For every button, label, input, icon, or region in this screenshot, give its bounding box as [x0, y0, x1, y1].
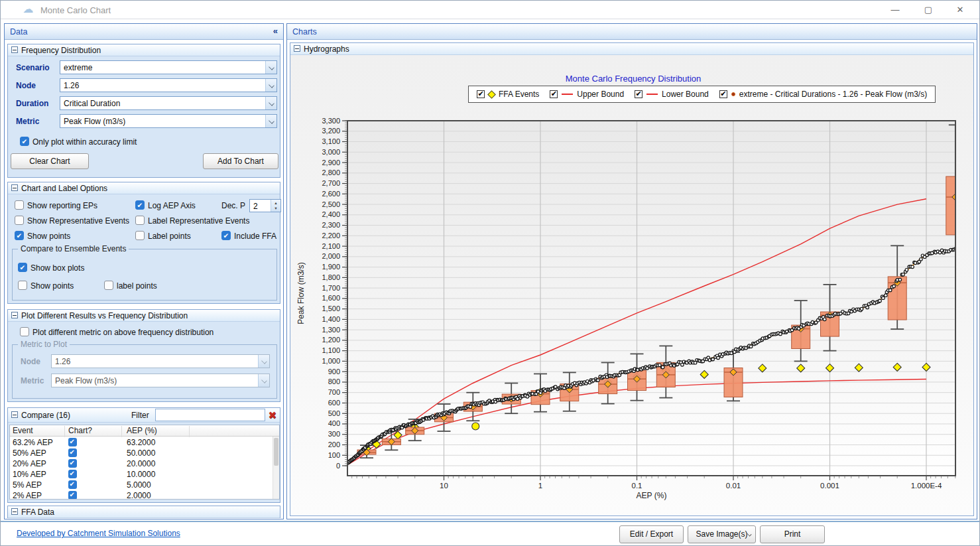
svg-text:1,800: 1,800 — [322, 273, 340, 281]
chart-label-options-header[interactable]: Chart and Label Options — [8, 182, 280, 194]
svg-text:400: 400 — [328, 419, 340, 427]
checkbox-label: Show box plots — [31, 263, 84, 273]
plot-different-metric-checkbox[interactable] — [20, 327, 29, 336]
chart-checkbox[interactable] — [68, 438, 77, 446]
hydrographs-header[interactable]: Hydrographs — [290, 43, 973, 55]
legend-label: extreme - Critical Durations - 1.26 - Pe… — [739, 90, 927, 99]
svg-text:0.1: 0.1 — [632, 482, 643, 490]
log-aep-axis-checkbox[interactable] — [135, 200, 145, 210]
collapse-section-icon[interactable] — [294, 45, 300, 52]
svg-text:2,200: 2,200 — [322, 232, 340, 239]
node-value: 1.26 — [64, 81, 79, 90]
clear-filter-icon[interactable]: ✖ — [268, 409, 276, 421]
chevron-down-icon[interactable] — [265, 61, 276, 74]
ensemble-label-points-checkbox[interactable] — [104, 281, 113, 290]
table-row[interactable]: 10% AEP10.0000 — [10, 469, 273, 480]
table-row[interactable]: 20% AEP20.0000 — [10, 458, 273, 469]
node-select-disabled[interactable]: 1.26 — [51, 354, 270, 368]
frequency-distribution-header[interactable]: Frequency Distribution — [8, 44, 280, 56]
checkbox-label: label points — [117, 281, 157, 291]
scrollbar-thumb[interactable] — [274, 438, 278, 466]
print-button[interactable]: Print — [760, 525, 825, 543]
ensemble-show-points-checkbox[interactable] — [18, 281, 27, 290]
show-reporting-eps-checkbox[interactable] — [15, 200, 24, 210]
table-row[interactable]: 2% AEP2.0000 — [10, 490, 273, 500]
spinner-down-icon[interactable]: ▼ — [271, 206, 280, 210]
node-label: Node — [16, 81, 36, 90]
svg-text:1,900: 1,900 — [322, 263, 340, 271]
column-header-aep[interactable]: AEP (%) — [127, 426, 157, 435]
svg-text:1,200: 1,200 — [322, 336, 340, 344]
chevron-down-icon[interactable] — [265, 115, 276, 127]
metric-select[interactable]: Peak Flow (m3/s) — [60, 114, 277, 128]
collapse-section-icon[interactable] — [11, 508, 18, 515]
chart-checkbox[interactable] — [68, 480, 77, 489]
maximize-button[interactable]: ▢ — [918, 3, 938, 17]
svg-text:2,100: 2,100 — [322, 242, 340, 250]
dec-p-spinner[interactable]: 2 ▲▼ — [249, 199, 281, 212]
minimize-button[interactable]: — — [885, 3, 905, 17]
metric-label: Metric — [16, 117, 39, 126]
collapse-section-icon[interactable] — [11, 184, 18, 191]
chart-checkbox[interactable] — [68, 448, 77, 457]
scenario-value: extreme — [64, 63, 92, 72]
close-button[interactable]: ✕ — [950, 3, 970, 17]
label-points-checkbox[interactable] — [135, 231, 145, 240]
credit-link[interactable]: Developed by Catchment Simulation Soluti… — [17, 529, 180, 538]
svg-text:1,000: 1,000 — [322, 357, 340, 365]
plot-different-results-header[interactable]: Plot Different Results vs Frequency Dist… — [8, 310, 280, 322]
show-points-checkbox[interactable] — [15, 231, 24, 240]
chart-checkbox[interactable] — [68, 459, 77, 468]
collapse-section-icon[interactable] — [11, 411, 18, 418]
chart-checkbox[interactable] — [68, 470, 77, 478]
metric-select-disabled[interactable]: Peak Flow (m3/s) — [51, 374, 270, 387]
legend-checkbox[interactable] — [550, 90, 558, 98]
include-ffa-checkbox[interactable] — [221, 231, 231, 240]
legend-checkbox[interactable] — [719, 90, 727, 98]
section-title: Frequency Distribution — [21, 46, 101, 55]
collapse-section-icon[interactable] — [11, 46, 18, 53]
collapse-section-icon[interactable] — [11, 312, 18, 318]
clear-chart-button[interactable]: Clear Chart — [11, 153, 89, 169]
edit-export-button[interactable]: Edit / Export — [619, 525, 684, 543]
add-to-chart-button[interactable]: Add To Chart — [203, 153, 278, 169]
label-representative-events-checkbox[interactable] — [135, 216, 145, 225]
save-images-button[interactable]: Save Image(s) — [688, 525, 756, 543]
table-scrollbar[interactable] — [273, 437, 279, 499]
table-row[interactable]: 5% AEP5.0000 — [10, 480, 273, 490]
accuracy-limit-label: Only plot within accuracy limit — [32, 137, 137, 147]
charts-panel-title: Charts — [292, 27, 317, 36]
show-box-plots-checkbox[interactable] — [18, 263, 27, 272]
legend-checkbox[interactable] — [635, 90, 643, 98]
node-value: 1.26 — [55, 357, 70, 366]
svg-text:1,300: 1,300 — [322, 326, 340, 334]
chart-checkbox[interactable] — [68, 491, 77, 500]
chart-canvas[interactable]: 01002003004005006007008009001,0001,1001,… — [290, 55, 973, 515]
duration-label: Duration — [16, 99, 48, 108]
svg-text:3,200: 3,200 — [322, 127, 340, 135]
scenario-select[interactable]: extreme — [60, 60, 277, 74]
legend-checkbox[interactable] — [477, 90, 485, 98]
accuracy-limit-checkbox[interactable] — [20, 137, 29, 146]
legend-item: FFA Events — [477, 90, 539, 99]
duration-select[interactable]: Critical Duration — [60, 96, 277, 110]
compare-table[interactable]: Event Chart? AEP (%) 63.2% AEP63.200050%… — [9, 425, 280, 500]
table-row[interactable]: 63.2% AEP63.2000 — [10, 437, 273, 448]
checkbox-label: Plot different metric on above frequency… — [32, 328, 214, 337]
column-header-event[interactable]: Event — [13, 426, 33, 435]
chevron-down-icon[interactable] — [258, 374, 269, 387]
chevron-down-icon[interactable] — [258, 355, 269, 368]
ffa-data-header[interactable]: FFA Data — [8, 506, 280, 518]
collapse-panel-button[interactable]: « — [273, 26, 278, 36]
compare-header[interactable]: Compare (16) Filter ✖ — [8, 408, 280, 423]
plot-different-results-group: Plot Different Results vs Frequency Dist… — [7, 309, 280, 402]
svg-text:2,400: 2,400 — [322, 210, 340, 218]
node-select[interactable]: 1.26 — [60, 78, 277, 92]
column-header-chart[interactable]: Chart? — [68, 426, 92, 435]
chevron-down-icon[interactable] — [265, 79, 276, 92]
spinner-up-icon[interactable]: ▲ — [271, 201, 280, 205]
show-representative-events-checkbox[interactable] — [15, 216, 24, 225]
chevron-down-icon[interactable] — [265, 97, 276, 109]
filter-input[interactable] — [155, 409, 265, 421]
table-row[interactable]: 50% AEP50.0000 — [10, 448, 273, 458]
